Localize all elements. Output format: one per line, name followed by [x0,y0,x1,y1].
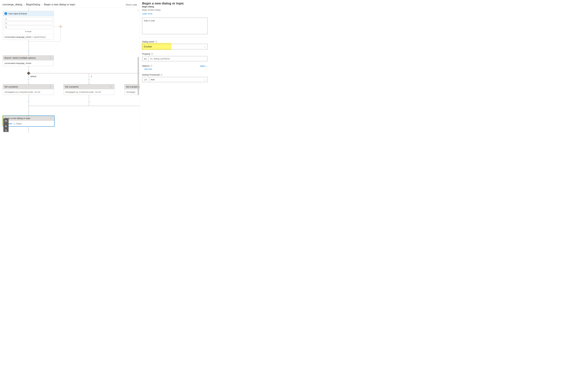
label-text: Property [142,53,150,55]
activity-processed-field: y/n true ⌄ [142,77,208,82]
panel-title: Begin a new dialog or topic [142,1,208,5]
options-label: Options ? [142,65,152,67]
left-pane: concierge_dialog › BeginDialog › Begin a… [0,0,139,133]
dialog-name-select[interactable]: Escalate ⌄ [142,44,208,49]
svg-line-19 [6,131,7,132]
learn-more-link[interactable]: Learn more [142,12,208,15]
add-action-button[interactable]: + [27,100,30,103]
branch-label-default: default [30,75,36,77]
properties-panel: Begin a new dialog or topic Begin dialog… [139,0,210,133]
add-action-button[interactable]: + [27,78,30,81]
switch-node[interactable]: Branch: Switch (multiple options) ⋮ conv… [3,55,54,66]
begin-dialog-body: Escalate ▢ (Topic) [3,121,54,126]
switch-diamond-icon [27,72,31,75]
label-text: Activity Processed [142,74,159,76]
dialog-name-field: Escalate ⌄ [142,44,208,49]
scroll-thumb[interactable] [138,57,139,95]
label-text: Dialog name [142,41,154,43]
add-action-button[interactable]: + [88,100,90,103]
user-input-footer: conversation.language_choice = Input(Cho… [3,34,54,40]
user-input-eq: = Input(Choice) [32,36,46,38]
choice-item[interactable]: 2 [4,22,52,25]
show-code-button[interactable]: Show code [126,3,137,6]
more-icon[interactable]: ⋮ [49,86,52,88]
chevron-down-icon: ⌄ [204,78,206,81]
chevron-right-icon: › [42,3,42,6]
add-action-button[interactable]: + [27,50,30,52]
dialog-suffix: (Topic) [16,122,22,125]
interrupt-badge[interactable] [59,25,63,28]
add-option-link[interactable]: Add new [144,68,152,70]
panel-subtitle: Begin dialog [142,6,208,8]
dialog-name-value: Escalate [144,45,152,48]
canvas-wrapper: default 1 + + + + + + User input (Choice… [0,8,139,133]
setprop-body: virtualagent.va_CustomerLocale : en.US [3,89,54,95]
user-input-variable: conversation.language_choice [4,36,32,38]
breadcrumb: concierge_dialog › BeginDialog › Begin a… [2,3,75,6]
activity-prefix: y/n [142,77,149,82]
breadcrumb-item-1[interactable]: BeginDialog [26,3,40,6]
svg-line-15 [6,127,7,127]
more-icon[interactable]: ⋮ [49,117,53,120]
choice-more[interactable]: 9 more [4,30,52,34]
zoom-out-button[interactable] [3,129,9,132]
choice-list: 1 2 3 9 more [3,16,54,34]
choice-item[interactable]: 3 [4,26,52,29]
add-action-button[interactable]: + [27,110,30,113]
switch-expression: conversation.language_choice [3,61,54,66]
info-icon[interactable]: ? [155,41,157,43]
begin-dialog-node[interactable]: Begin a new dialog or topic ⋮ Escalate ▢… [3,116,54,127]
node-header: User input (Choice) [3,11,54,16]
set-property-node[interactable]: Set a property ⋮ virtualagent.va_Custome… [63,84,115,95]
options-type-value: object [200,65,205,67]
interrupt-icon [60,26,62,27]
node-title: Set a property [4,86,18,88]
activity-processed-value: true [151,78,155,81]
activity-processed-label: Activity Processed ? [142,74,208,76]
breadcrumb-item-0[interactable]: concierge_dialog [2,3,22,6]
note-input[interactable]: Add a note [142,18,208,34]
property-prefix: abc [142,56,148,61]
canvas-scrollbar[interactable]: ▴ [137,9,139,131]
chevron-down-icon: ⌄ [206,65,208,67]
more-icon[interactable]: ⋮ [49,57,52,59]
options-type-select[interactable]: object ⌄ [200,65,208,67]
panel-description: Begin another dialog. [142,9,208,11]
info-icon[interactable]: ? [160,74,162,76]
node-header: Branch: Switch (multiple options) ⋮ [3,55,54,61]
branch-label-1: 1 [91,75,92,77]
node-title: Branch: Switch (multiple options) [4,57,36,59]
choice-item[interactable]: 1 [4,17,52,21]
label-text: Options [142,65,149,67]
activity-processed-select[interactable]: true ⌄ [149,77,208,82]
node-title: Set a property [65,86,79,88]
set-property-node[interactable]: Set a property ⋮ virtualagent.va_Custome… [3,84,54,95]
setprop-body: virtualagent.va_CustomerLocale : en.US [63,89,114,95]
breadcrumb-item-2[interactable]: Begin a new dialog or topic [44,3,75,6]
chevron-right-icon: › [24,3,25,6]
svg-point-12 [6,13,6,14]
chevron-down-icon: ⌄ [204,45,206,48]
open-in-new-icon[interactable]: ▢ [13,123,15,125]
info-icon[interactable]: ? [150,65,152,67]
node-header: Set a property ⋮ [3,84,54,89]
node-header: Begin a new dialog or topic ⋮ [3,116,54,121]
node-title: User input (Choice) [8,12,27,15]
property-field: abc [142,56,208,61]
node-header: Set a property ⋮ [63,84,114,89]
user-icon [4,12,7,15]
property-label: Property ? [142,53,208,55]
zoom-in-button[interactable] [3,124,9,129]
canvas-tools [3,119,9,132]
add-action-button[interactable]: + [88,78,90,81]
user-input-node[interactable]: User input (Choice) 1 2 3 9 more convers… [3,11,54,40]
breadcrumb-bar: concierge_dialog › BeginDialog › Begin a… [0,0,139,8]
info-icon[interactable]: ? [151,53,153,55]
authoring-canvas[interactable]: default 1 + + + + + + User input (Choice… [0,8,139,133]
property-input[interactable] [148,56,208,61]
minimap-button[interactable] [3,119,9,124]
options-header: Options ? object ⌄ [142,65,208,67]
more-icon[interactable]: ⋮ [109,86,113,88]
dialog-name-label: Dialog name ? [142,41,208,43]
